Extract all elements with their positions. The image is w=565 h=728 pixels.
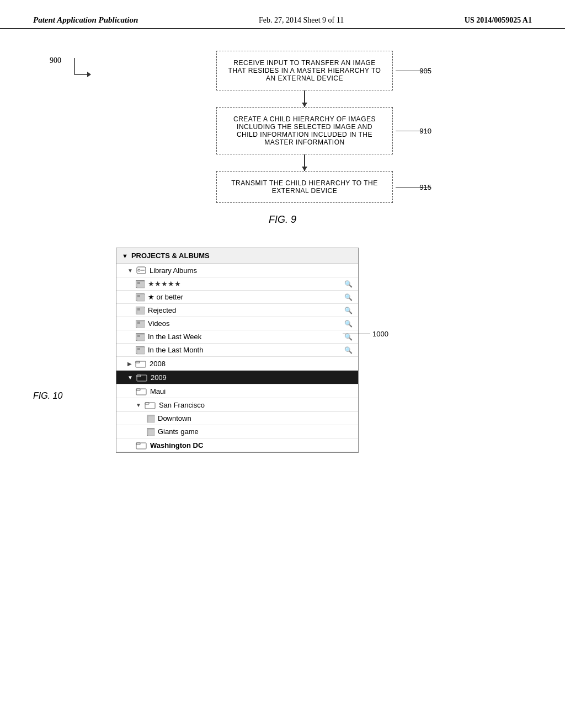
svg-rect-16 <box>136 361 146 367</box>
arrow-910-915 <box>304 154 305 171</box>
wdc-label: Washington DC <box>150 441 353 449</box>
thumb-icon-lastweek <box>136 333 145 341</box>
tri-down-icon: ▼ <box>122 253 128 259</box>
tri-right-icon: ▶ <box>127 361 132 367</box>
svg-rect-21 <box>148 429 154 436</box>
maui-item[interactable]: Maui <box>116 384 358 398</box>
svg-rect-5 <box>137 282 140 284</box>
flowchart-fig9: 900 RECEIVE INPUT TO TRANSFER AN IMAGE T… <box>33 45 532 226</box>
year-2009-label: 2009 <box>151 373 353 382</box>
svg-rect-20 <box>148 416 154 422</box>
step-910-box: CREATE A CHILD HIERARCHY OF IMAGES INCLU… <box>216 107 393 154</box>
step-915-box: TRANSMIT THE CHILD HIERARCHY TO THE EXTE… <box>216 171 393 203</box>
1star-search-icon[interactable]: 🔍 <box>344 293 353 301</box>
last-month-label: In the Last Month <box>148 346 341 354</box>
svg-rect-15 <box>137 348 140 350</box>
step-915-text: TRANSMIT THE CHILD HIERARCHY TO THE EXTE… <box>231 179 378 195</box>
san-francisco-item[interactable]: ▼ San Francisco <box>116 398 358 412</box>
page-header: Patent Application Publication Feb. 27, … <box>0 0 565 29</box>
header-date-sheet: Feb. 27, 2014 Sheet 9 of 11 <box>259 16 344 25</box>
washington-dc-item[interactable]: Washington DC <box>116 438 358 452</box>
svg-rect-19 <box>145 403 155 409</box>
thumb-icon-1star <box>136 293 145 301</box>
last-month-search-icon[interactable]: 🔍 <box>344 346 353 354</box>
step-905-label: 905 <box>419 67 431 75</box>
diagram-id-label: 900 <box>50 56 61 65</box>
tri-down-icon: ▼ <box>127 267 133 274</box>
folder-sf-icon <box>145 400 156 409</box>
ref-1000-label: 1000 <box>372 330 388 338</box>
1star-label: ★ or better <box>148 293 341 301</box>
5star-label: ★★★★★ <box>148 280 341 288</box>
sidebar-panel: 1000 ▼ PROJECTS & ALBUMS ▼ Library Album… <box>116 248 359 453</box>
sidebar-header-label: PROJECTS & ALBUMS <box>131 251 210 260</box>
5star-item[interactable]: ★★★★★ 🔍 <box>116 277 358 291</box>
year-2009-item[interactable]: ▼ 2009 <box>116 371 358 384</box>
step-905-row: RECEIVE INPUT TO TRANSFER AN IMAGE THAT … <box>216 51 393 90</box>
fig10-section: FIG. 10 1000 ▼ PROJECTS & ALBUMS ▼ <box>33 248 532 453</box>
thumb-icon-lastmonth <box>136 346 145 354</box>
folder-maui-icon <box>136 387 147 395</box>
folder-2008-icon <box>135 359 146 368</box>
folder-wdc-icon <box>136 441 147 449</box>
last-month-item[interactable]: In the Last Month 🔍 <box>116 344 358 357</box>
folder-sq-downtown-icon <box>147 415 154 422</box>
fig9-label: FIG. 9 <box>33 214 532 226</box>
folder-2009-icon <box>136 373 147 382</box>
thumb-icon-5star <box>136 280 145 288</box>
year-2008-label: 2008 <box>150 360 353 368</box>
videos-label: Videos <box>148 319 341 328</box>
last-week-item[interactable]: In the Last Week 🔍 <box>116 330 358 344</box>
last-week-label: In the Last Week <box>148 333 341 341</box>
rejected-label: Rejected <box>148 306 341 314</box>
svg-rect-18 <box>136 389 146 395</box>
step-915-label: 915 <box>419 183 431 191</box>
giants-game-item[interactable]: Giants game <box>116 425 358 438</box>
step-905-box: RECEIVE INPUT TO TRANSFER AN IMAGE THAT … <box>216 51 393 90</box>
header-publication-label: Patent Application Publication <box>33 15 138 25</box>
svg-marker-0 <box>87 72 91 77</box>
rejected-item[interactable]: Rejected 🔍 <box>116 304 358 317</box>
svg-rect-13 <box>137 335 140 337</box>
sf-label: San Francisco <box>159 401 353 409</box>
arrow-905-910 <box>304 90 305 107</box>
5star-search-icon[interactable]: 🔍 <box>344 280 353 288</box>
folder-sq-giants-icon <box>147 428 154 436</box>
rejected-search-icon[interactable]: 🔍 <box>344 307 353 314</box>
entry-arrow <box>69 55 102 83</box>
maui-label: Maui <box>150 387 353 395</box>
svg-rect-9 <box>137 308 140 311</box>
svg-rect-11 <box>137 322 140 324</box>
library-albums-label: Library Albums <box>150 266 353 275</box>
step-915-row: TRANSMIT THE CHILD HIERARCHY TO THE EXTE… <box>216 171 393 203</box>
thumb-icon-videos <box>136 320 145 328</box>
library-albums-item[interactable]: ▼ Library Albums <box>116 264 358 277</box>
svg-rect-17 <box>137 375 147 381</box>
downtown-label: Downtown <box>158 414 353 422</box>
ref-1000-container: 1000 <box>343 330 388 338</box>
sidebar-projects-albums-header: ▼ PROJECTS & ALBUMS <box>116 248 358 264</box>
1star-item[interactable]: ★ or better 🔍 <box>116 291 358 304</box>
main-content: 900 RECEIVE INPUT TO TRANSFER AN IMAGE T… <box>0 29 565 469</box>
ref-1000-line <box>343 334 370 334</box>
year-2008-item[interactable]: ▶ 2008 <box>116 357 358 371</box>
downtown-item[interactable]: Downtown <box>116 412 358 425</box>
step-910-label: 910 <box>419 127 431 135</box>
videos-search-icon[interactable]: 🔍 <box>344 320 353 328</box>
fig10-label: FIG. 10 <box>33 391 62 401</box>
thumb-icon-rejected <box>136 307 145 314</box>
header-patent-number: US 2014/0059025 A1 <box>465 16 532 25</box>
svg-rect-7 <box>137 295 140 297</box>
library-albums-icon <box>136 266 146 275</box>
tri-down-icon-sf: ▼ <box>136 402 141 408</box>
videos-item[interactable]: Videos 🔍 <box>116 317 358 330</box>
svg-rect-22 <box>136 443 146 449</box>
tri-down-icon-2009: ▼ <box>127 374 133 381</box>
step-910-row: CREATE A CHILD HIERARCHY OF IMAGES INCLU… <box>216 107 393 154</box>
flowchart-steps: RECEIVE INPUT TO TRANSFER AN IMAGE THAT … <box>77 45 532 203</box>
step-910-text: CREATE A CHILD HIERARCHY OF IMAGES INCLU… <box>233 115 376 146</box>
giants-label: Giants game <box>158 427 353 436</box>
svg-point-2 <box>138 269 140 271</box>
step-905-text: RECEIVE INPUT TO TRANSFER AN IMAGE THAT … <box>228 59 381 82</box>
